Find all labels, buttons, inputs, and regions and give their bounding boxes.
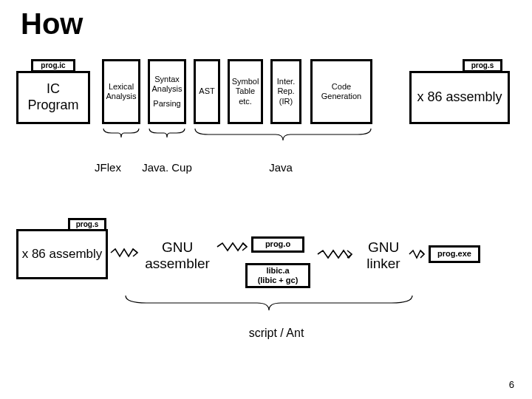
- brace-javacup: [148, 127, 186, 139]
- arrow-libs-to-linker: [316, 248, 353, 260]
- x86-top-label: x 86 assembly: [417, 89, 502, 106]
- label-java: Java: [251, 161, 310, 174]
- arrow-linker-to-exe: [408, 248, 427, 260]
- brace-java: [194, 127, 372, 142]
- parsing-label: Parsing: [152, 99, 183, 109]
- brace-jflex: [102, 127, 140, 139]
- box-ic-program: IC Program: [16, 71, 90, 124]
- label-script-ant: script / Ant: [239, 327, 313, 340]
- slide-number: 6: [509, 379, 514, 390]
- arrow-gnuasm-to-progo: [216, 241, 248, 253]
- box-libic: libic.a (libic + gc): [245, 263, 310, 288]
- label-gnu-assembler: GNU assembler: [140, 239, 214, 272]
- brace-script-ant: [124, 294, 414, 312]
- box-prog-o: prog.o: [251, 236, 304, 253]
- label-javacup: Java. Cup: [130, 161, 204, 174]
- page-title: How: [21, 7, 83, 41]
- box-x86-top: x 86 assembly: [409, 71, 510, 124]
- box-lexical-analysis: Lexical Analysis: [102, 59, 140, 124]
- box-code-generation: Code Generation: [310, 59, 372, 124]
- box-inter-rep: Inter. Rep. (IR): [270, 59, 301, 124]
- syntax-label: Syntax Analysis: [152, 75, 183, 94]
- box-x86-bottom: x 86 assembly: [16, 229, 108, 279]
- box-prog-exe: prog.exe: [429, 245, 480, 263]
- box-symbol-table: Symbol Table etc.: [228, 59, 263, 124]
- box-ast: AST: [194, 59, 220, 124]
- label-jflex: JFlex: [89, 161, 127, 174]
- arrow-asm-to-gnuasm: [109, 247, 139, 259]
- box-syntax-analysis: Syntax Analysis Parsing: [148, 59, 186, 124]
- label-gnu-linker: GNU linker: [358, 239, 409, 272]
